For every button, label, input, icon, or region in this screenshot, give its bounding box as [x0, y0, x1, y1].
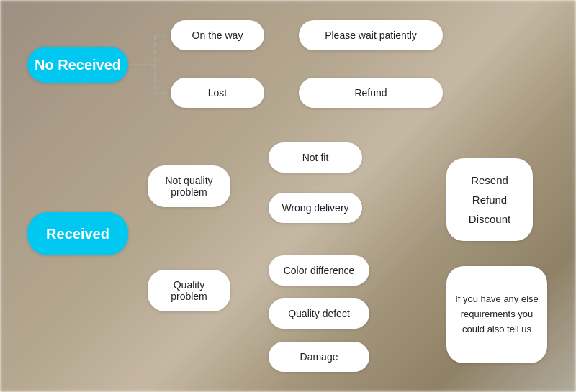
- received-label: Received: [46, 226, 109, 242]
- quality-problem-node: Quality problem: [148, 270, 230, 311]
- damage-node: Damage: [269, 342, 369, 372]
- requirements-label: If you have any else requirements you co…: [454, 292, 540, 337]
- please-wait-label: Please wait patiently: [325, 29, 417, 41]
- quality-defect-node: Quality defect: [269, 298, 369, 329]
- not-fit-label: Not fit: [302, 152, 329, 163]
- damage-label: Damage: [300, 351, 338, 363]
- color-difference-label: Color difference: [284, 265, 355, 276]
- refund-top-node: Refund: [299, 78, 443, 108]
- lost-label: Lost: [208, 87, 227, 99]
- not-quality-node: Not quality problem: [148, 165, 230, 207]
- no-received-label: No Received: [35, 57, 121, 73]
- no-received-node: No Received: [27, 47, 128, 83]
- not-quality-label: Not quality problem: [165, 175, 212, 198]
- not-fit-node: Not fit: [269, 142, 362, 173]
- wrong-delivery-label: Wrong delivery: [282, 202, 348, 214]
- lost-node: Lost: [171, 78, 264, 108]
- wrong-delivery-node: Wrong delivery: [269, 193, 362, 223]
- please-wait-node: Please wait patiently: [299, 20, 443, 50]
- refund-top-label: Refund: [354, 87, 387, 99]
- main-container: No Received On the way Please wait patie…: [0, 0, 576, 392]
- on-the-way-label: On the way: [192, 29, 243, 41]
- quality-defect-label: Quality defect: [288, 308, 350, 319]
- on-the-way-node: On the way: [171, 20, 264, 50]
- color-difference-node: Color difference: [269, 255, 369, 286]
- requirements-node: If you have any else requirements you co…: [446, 266, 547, 363]
- quality-problem-label: Quality problem: [171, 279, 207, 302]
- resend-refund-label: Resend Refund Discount: [469, 170, 510, 229]
- resend-refund-node: Resend Refund Discount: [446, 158, 533, 241]
- received-node: Received: [27, 212, 128, 255]
